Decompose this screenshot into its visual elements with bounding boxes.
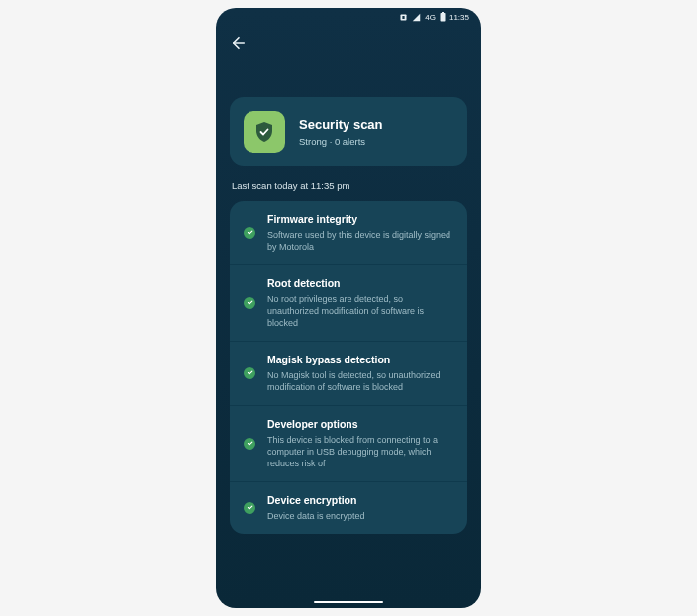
list-item-magisk-bypass-detection[interactable]: Magisk bypass detection No Magisk tool i… bbox=[230, 342, 467, 406]
check-icon bbox=[244, 502, 255, 514]
hero-text: Security scan Strong · 0 alerts bbox=[299, 117, 383, 147]
signal-icon bbox=[412, 13, 421, 22]
list-item-device-encryption[interactable]: Device encryption Device data is encrypt… bbox=[230, 482, 467, 534]
item-title: Firmware integrity bbox=[267, 213, 453, 227]
list-item-root-detection[interactable]: Root detection No root privileges are de… bbox=[230, 265, 467, 342]
list-item-firmware-integrity[interactable]: Firmware integrity Software used by this… bbox=[230, 201, 467, 265]
item-desc: No Magisk tool is detected, so unauthori… bbox=[267, 369, 453, 393]
list-item-developer-options[interactable]: Developer options This device is blocked… bbox=[230, 406, 467, 482]
svg-rect-1 bbox=[403, 16, 405, 19]
item-title: Root detection bbox=[267, 277, 453, 291]
arrow-left-icon bbox=[230, 34, 248, 51]
battery-icon bbox=[440, 12, 446, 22]
check-icon bbox=[244, 367, 255, 379]
check-icon bbox=[244, 438, 255, 450]
check-icon bbox=[244, 297, 255, 309]
check-icon bbox=[244, 227, 255, 239]
svg-rect-3 bbox=[442, 12, 444, 13]
back-button[interactable] bbox=[216, 26, 481, 63]
svg-rect-2 bbox=[440, 13, 445, 22]
phone-frame: 4G 11:35 Security scan Strong · 0 alerts… bbox=[216, 8, 481, 608]
notification-icon bbox=[399, 13, 408, 22]
item-title: Magisk bypass detection bbox=[267, 354, 453, 367]
item-desc: This device is blocked from connecting t… bbox=[267, 434, 453, 469]
item-title: Device encryption bbox=[267, 494, 453, 508]
security-scan-card[interactable]: Security scan Strong · 0 alerts bbox=[230, 97, 467, 166]
item-desc: Software used by this device is digitall… bbox=[267, 229, 453, 253]
item-desc: Device data is encrypted bbox=[267, 510, 453, 522]
hero-subtitle: Strong · 0 alerts bbox=[299, 136, 383, 147]
shield-check-icon bbox=[244, 111, 285, 153]
page-content: Security scan Strong · 0 alerts Last sca… bbox=[216, 63, 481, 608]
hero-title: Security scan bbox=[299, 117, 383, 134]
last-scan-label: Last scan today at 11:35 pm bbox=[232, 180, 465, 191]
item-desc: No root privileges are detected, so unau… bbox=[267, 293, 453, 329]
home-indicator[interactable] bbox=[314, 601, 383, 604]
status-bar: 4G 11:35 bbox=[216, 8, 481, 26]
network-label: 4G bbox=[425, 13, 436, 22]
security-checks-list: Firmware integrity Software used by this… bbox=[230, 201, 467, 534]
clock: 11:35 bbox=[449, 13, 469, 22]
item-title: Developer options bbox=[267, 418, 453, 432]
